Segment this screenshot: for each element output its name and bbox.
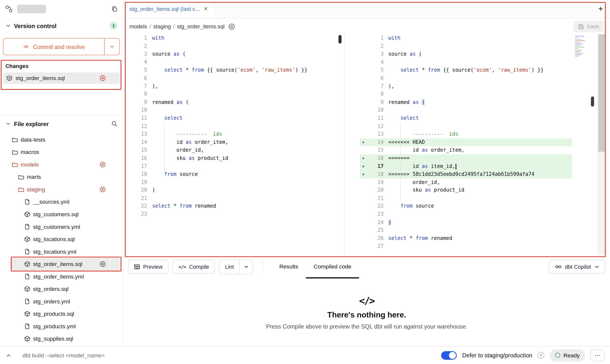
code-line[interactable]: 4 (360, 58, 572, 66)
code-line[interactable]: 21 (360, 194, 572, 202)
conflict-icon[interactable] (100, 261, 106, 267)
editor-pane-right[interactable]: 1with23source as (45 select * from {{ so… (360, 34, 572, 255)
code-line[interactable]: 25 (360, 226, 572, 234)
code-line[interactable]: 11 select (123, 114, 344, 122)
code-line[interactable]: 9renamed as ( (123, 98, 344, 106)
command-input[interactable]: dbt build --select <model_name> (23, 352, 105, 358)
tree-item-staging[interactable]: staging (0, 183, 123, 196)
code-line[interactable]: 12 (360, 122, 572, 131)
commit-and-resolve-button[interactable]: Commit and resolve (3, 38, 120, 55)
code-line[interactable]: 12 (123, 122, 344, 131)
commit-button-main[interactable]: Commit and resolve (3, 38, 104, 55)
code-line[interactable]: 4 (123, 58, 344, 66)
dbt-copilot-button[interactable]: dbt Copilot (549, 260, 605, 274)
scrollbar-thumb[interactable] (591, 97, 594, 107)
tree-item-stg-orders-yml[interactable]: stg_orders.yml (0, 295, 123, 308)
code-line[interactable]: 9renamed as ( (360, 98, 572, 106)
code-line[interactable]: 2 (123, 42, 344, 50)
conflict-icon[interactable] (100, 161, 106, 167)
tree-item-macros[interactable]: macros (0, 146, 123, 158)
file-explorer-header[interactable]: File explorer (0, 118, 123, 129)
code-line[interactable]: 23 (123, 210, 344, 218)
tree-item-stg-products-yml[interactable]: stg_products.yml (0, 320, 123, 333)
code-line[interactable]: 6 (360, 74, 572, 83)
breadcrumb-part[interactable]: stg_order_items.sql (177, 23, 225, 30)
tree-item-stg-order-items-sql[interactable]: stg_order_items.sql (10, 258, 120, 270)
tree-item-models[interactable]: models (0, 158, 123, 171)
code-line[interactable]: 20) (123, 186, 344, 195)
conflict-icon[interactable] (100, 186, 106, 192)
code-line[interactable]: 8 (123, 90, 344, 99)
code-line[interactable]: 8 (360, 90, 572, 99)
code-line[interactable]: +17 id as item_id, (360, 162, 572, 170)
tree-item--sources-yml[interactable]: __sources.yml (0, 196, 123, 208)
tree-item-stg-orders-sql[interactable]: stg_orders.sql (0, 283, 123, 295)
tab-stg-order-items-sql[interactable]: stg_order_items.sql (last c... × (123, 0, 214, 18)
tree-item-stg-customers-yml[interactable]: stg_customers.yml (0, 220, 123, 233)
code-line[interactable]: 20 sku as product_id (360, 186, 572, 195)
editor-outer-scrollbar[interactable] (597, 34, 605, 255)
code-line[interactable]: 14 id as order_item, (123, 138, 344, 147)
code-line[interactable]: 10 (123, 106, 344, 115)
results-tab-compiled-code[interactable]: Compiled code (306, 255, 359, 279)
search-icon[interactable] (111, 121, 118, 127)
code-line[interactable]: 24) (360, 218, 572, 227)
copy-icon[interactable] (111, 6, 118, 12)
defer-toggle[interactable] (441, 351, 457, 360)
code-line[interactable]: 2 (360, 42, 572, 50)
chevron-up-icon[interactable] (5, 352, 12, 358)
code-line[interactable]: 1with (123, 34, 344, 42)
tree-item-stg-products-sql[interactable]: stg_products.sql (0, 308, 123, 320)
version-control-header[interactable]: Version control 1 (0, 20, 123, 31)
code-line[interactable]: 13 ---------- ids (123, 130, 344, 138)
changes-item[interactable]: stg_order_items.sql (3, 72, 120, 84)
code-line[interactable]: 6 (123, 74, 344, 83)
right-pane-scrollbar[interactable] (591, 34, 594, 255)
code-line[interactable]: 27 (360, 242, 572, 250)
new-tab-button[interactable]: + (591, 0, 610, 18)
breadcrumb-part[interactable]: staging (153, 23, 171, 30)
breadcrumb-part[interactable]: models (130, 23, 147, 30)
code-line[interactable]: 17 (123, 162, 344, 170)
editor-pane-left[interactable]: 1with23source as (45 select * from {{ so… (123, 34, 345, 255)
code-line[interactable]: 5 select * from {{ source('ecom', 'raw_i… (123, 66, 344, 74)
lineage-icon[interactable] (5, 5, 12, 12)
scrollbar-thumb[interactable] (598, 34, 605, 152)
code-line[interactable]: 13 ---------- ids (360, 130, 572, 138)
code-line[interactable]: 15 order_id, (123, 146, 344, 154)
code-line[interactable]: 3source as ( (123, 50, 344, 58)
commit-dropdown-button[interactable] (105, 38, 119, 55)
code-line[interactable]: 19 (123, 178, 344, 186)
code-line[interactable]: +16======= (360, 154, 572, 163)
file-status-icon[interactable] (228, 23, 235, 30)
code-line[interactable]: 18 from source (123, 170, 344, 179)
tree-item-stg-locations-sql[interactable]: stg_locations.sql (0, 233, 123, 246)
code-line[interactable]: 19 order_id, (360, 178, 572, 186)
tree-item-stg-customers-sql[interactable]: stg_customers.sql (0, 208, 123, 221)
left-pane-scrollbar[interactable] (339, 34, 342, 255)
code-line[interactable]: +14<<<<<<< HEAD (360, 138, 572, 147)
compile-button[interactable]: </> Compile (173, 260, 215, 274)
scrollbar-thumb[interactable] (339, 35, 342, 44)
code-line[interactable]: 3source as ( (360, 50, 572, 58)
code-line[interactable]: 15 id as order_item, (360, 146, 572, 154)
code-line[interactable]: 10 (360, 106, 572, 115)
code-line[interactable]: 21 (123, 194, 344, 202)
lint-button[interactable]: Lint (220, 260, 239, 274)
code-line[interactable]: 22select * from renamed (123, 202, 344, 211)
code-line[interactable]: 7), (360, 82, 572, 90)
ready-status-button[interactable]: Ready (550, 349, 585, 362)
tree-item-stg-order-items-yml[interactable]: stg_order_items.yml (0, 270, 123, 283)
code-line[interactable]: 16 sku as product_id (123, 154, 344, 163)
more-options-button[interactable]: ⋯ (591, 349, 605, 361)
results-tab-results[interactable]: Results (271, 255, 306, 279)
tree-item-stg-supplies-sql[interactable]: stg_supplies.sql (0, 332, 123, 345)
tree-item-stg-locations-yml[interactable]: stg_locations.yml (0, 245, 123, 258)
help-icon[interactable]: ? (538, 352, 544, 359)
code-line[interactable]: 7), (123, 82, 344, 90)
tree-item-data-tests[interactable]: data-tests (0, 133, 123, 146)
preview-button[interactable]: Preview (128, 260, 169, 274)
code-line[interactable]: 23 (360, 210, 572, 218)
conflict-icon[interactable] (100, 75, 106, 81)
minimap[interactable] (575, 36, 588, 58)
